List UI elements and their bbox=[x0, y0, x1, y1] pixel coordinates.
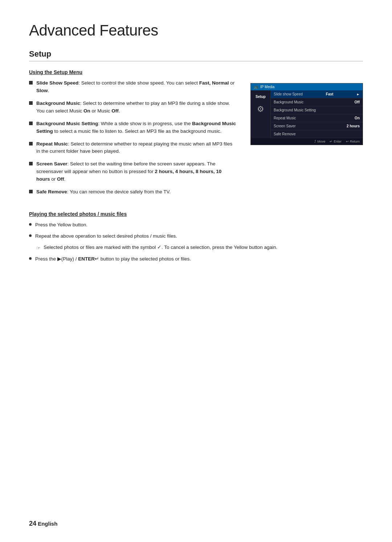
tv-row-bgmusic: Background Music Off bbox=[271, 98, 363, 106]
page-footer: 24 English bbox=[29, 520, 57, 527]
footer-move: ⤴ Move bbox=[314, 140, 325, 143]
tv-menu-footer: ⤴ Move ↵ Enter ↩ Return bbox=[251, 138, 363, 145]
list-item: Screen Saver: Select to set the waiting … bbox=[29, 160, 236, 183]
tv-menu-body: Setup ⚙ Slide show Speed Fast ► Backgrou… bbox=[251, 90, 363, 138]
tv-header-text: IP Media bbox=[260, 85, 274, 89]
bullet-text-4: Repeat Music: Select to determine whethe… bbox=[36, 140, 236, 156]
tv-row-slideshow: Slide show Speed Fast ► bbox=[271, 90, 363, 98]
tv-row-bgmusicsetting: Background Music Setting bbox=[271, 106, 363, 114]
square-bullet-icon bbox=[29, 81, 33, 85]
bullet-text-5: Screen Saver: Select to set the waiting … bbox=[36, 160, 236, 183]
tv-menu: 📺 IP Media Setup ⚙ Slide show Speed Fast… bbox=[250, 83, 363, 145]
subsection-playing: Playing the selected photos / music file… bbox=[29, 211, 363, 217]
playing-bullet-1: Press the Yellow button. bbox=[35, 221, 87, 229]
tv-menu-header: 📺 IP Media bbox=[251, 83, 363, 90]
tv-row-screensaver: Screen Saver 2 hours bbox=[271, 122, 363, 130]
tv-row-label: Screen Saver bbox=[274, 124, 296, 128]
tv-menu-sidebar: Setup ⚙ bbox=[251, 90, 271, 138]
tv-row-value: On bbox=[355, 116, 360, 120]
playing-dot-list-2: Press the ▶(Play) / ENTER↵ button to pla… bbox=[29, 255, 363, 263]
bullet-text-3: Background Music Setting: While a slide … bbox=[36, 120, 236, 135]
square-bullet-icon bbox=[29, 162, 33, 165]
tv-row-label: Background Music Setting bbox=[274, 108, 316, 112]
dot-bullet-icon bbox=[29, 234, 32, 237]
tv-row-label: Safe Remove bbox=[274, 132, 296, 136]
note-hand-icon: ☞ bbox=[36, 245, 41, 252]
playing-bullet-2: Repeat the above operation to select des… bbox=[35, 233, 177, 240]
text-column: Slide Show Speed: Select to control the … bbox=[29, 79, 236, 201]
tv-row-value: 2 hours bbox=[347, 124, 360, 128]
list-item: Safe Remove: You can remove the device s… bbox=[29, 188, 236, 196]
tv-settings-gear-icon: ⚙ bbox=[257, 104, 264, 114]
square-bullet-icon bbox=[29, 101, 33, 105]
square-bullet-icon bbox=[29, 122, 33, 125]
page-container: Advanced Features Setup Using the Setup … bbox=[0, 0, 392, 288]
content-area: Slide Show Speed: Select to control the … bbox=[29, 79, 363, 201]
tv-row-value: Fast bbox=[326, 92, 334, 96]
playing-dot-list: Press the Yellow button. Repeat the abov… bbox=[29, 221, 363, 240]
square-bullet-icon bbox=[29, 190, 33, 193]
list-item: Background Music: Select to determine wh… bbox=[29, 100, 236, 115]
footer-enter: ↵ Enter bbox=[330, 140, 342, 143]
tv-media-icon: 📺 bbox=[254, 85, 258, 89]
tv-menu-rows: Slide show Speed Fast ► Background Music… bbox=[271, 90, 363, 138]
list-item: Slide Show Speed: Select to control the … bbox=[29, 79, 236, 95]
arrow-right-icon: ► bbox=[356, 93, 360, 96]
footer-return: ↩ Return bbox=[346, 140, 360, 143]
indented-note: ☞ Selected photos or files are marked wi… bbox=[36, 244, 363, 252]
dot-bullet-icon bbox=[29, 223, 32, 226]
bullet-text-1: Slide Show Speed: Select to control the … bbox=[36, 79, 236, 95]
bullet-text-6: Safe Remove: You can remove the device s… bbox=[36, 188, 236, 196]
square-bullet-icon bbox=[29, 142, 33, 145]
playing-bullet-3: Press the ▶(Play) / ENTER↵ button to pla… bbox=[35, 255, 191, 263]
tv-row-label: Slide show Speed bbox=[274, 92, 303, 96]
setup-bullet-list: Slide Show Speed: Select to control the … bbox=[29, 79, 236, 196]
section-title: Setup bbox=[29, 49, 363, 61]
list-item: Press the Yellow button. bbox=[29, 221, 363, 229]
tv-row-label: Repeat Music bbox=[274, 116, 296, 120]
dot-bullet-icon bbox=[29, 257, 32, 260]
list-item: Press the ▶(Play) / ENTER↵ button to pla… bbox=[29, 255, 363, 263]
tv-row-value: Off bbox=[355, 100, 360, 104]
tv-menu-screenshot: 📺 IP Media Setup ⚙ Slide show Speed Fast… bbox=[250, 83, 363, 201]
tv-row-saferemove: Safe Remove bbox=[271, 130, 363, 138]
page-title: Advanced Features bbox=[29, 22, 363, 39]
list-item: Background Music Setting: While a slide … bbox=[29, 120, 236, 135]
page-number: 24 bbox=[29, 520, 36, 527]
subsection-using-setup: Using the Setup Menu bbox=[29, 69, 363, 75]
playing-section: Playing the selected photos / music file… bbox=[29, 211, 363, 263]
list-item: Repeat the above operation to select des… bbox=[29, 233, 363, 240]
tv-sidebar-setup: Setup bbox=[252, 93, 269, 100]
bullet-text-2: Background Music: Select to determine wh… bbox=[36, 100, 236, 115]
footer-language: English bbox=[38, 521, 57, 527]
list-item: Repeat Music: Select to determine whethe… bbox=[29, 140, 236, 156]
note-text: Selected photos or files are marked with… bbox=[44, 244, 277, 251]
tv-row-label: Background Music bbox=[274, 100, 303, 104]
tv-row-repeatmusic: Repeat Music On bbox=[271, 114, 363, 122]
